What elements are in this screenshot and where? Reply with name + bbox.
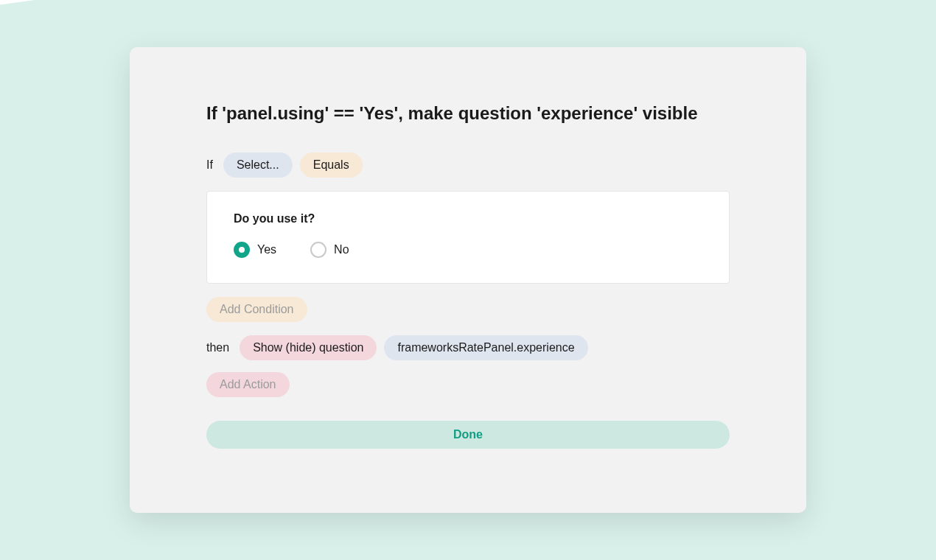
preview-radio-group: Yes No	[234, 242, 702, 258]
action-type-pill[interactable]: Show (hide) question	[240, 335, 377, 360]
if-row: If Select... Equals	[206, 153, 730, 178]
trigger-title: If 'panel.using' == 'Yes', make question…	[206, 102, 730, 125]
radio-icon	[234, 242, 250, 258]
condition-select-pill[interactable]: Select...	[223, 153, 293, 178]
add-action-button[interactable]: Add Action	[206, 372, 290, 397]
radio-option-no[interactable]: No	[310, 242, 349, 258]
if-label: If	[206, 158, 213, 172]
stage: If 'panel.using' == 'Yes', make question…	[0, 0, 936, 560]
action-target-pill[interactable]: frameworksRatePanel.experience	[384, 335, 587, 360]
radio-icon	[310, 242, 326, 258]
trigger-editor-card: If 'panel.using' == 'Yes', make question…	[130, 47, 806, 513]
add-condition-button[interactable]: Add Condition	[206, 297, 307, 322]
condition-operator-pill[interactable]: Equals	[300, 153, 363, 178]
question-preview: Do you use it? Yes No	[206, 191, 730, 284]
done-button[interactable]: Done	[206, 421, 730, 449]
radio-label: No	[334, 243, 349, 256]
preview-question-text: Do you use it?	[234, 212, 702, 225]
radio-option-yes[interactable]: Yes	[234, 242, 276, 258]
then-label: then	[206, 341, 229, 354]
radio-label: Yes	[257, 243, 276, 256]
then-row: then Show (hide) question frameworksRate…	[206, 335, 730, 360]
